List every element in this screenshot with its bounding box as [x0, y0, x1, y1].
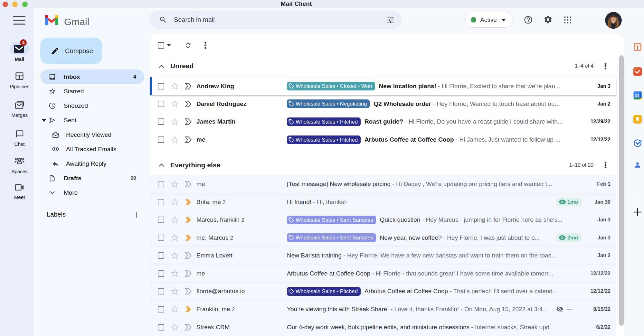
svg-text:31: 31	[635, 93, 639, 98]
